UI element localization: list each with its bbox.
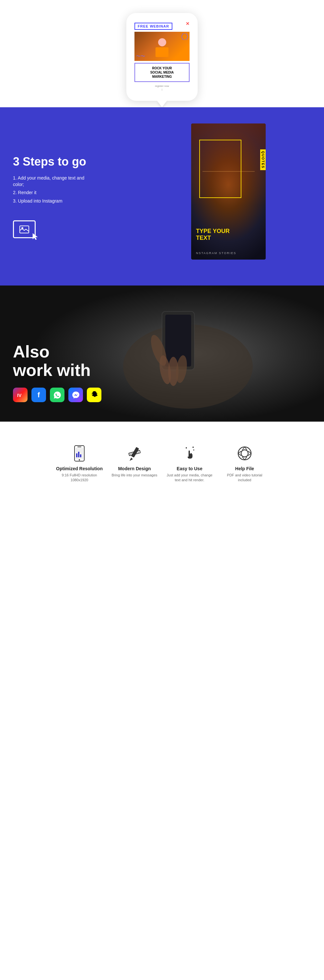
quotes-tab: QUOTES xyxy=(260,150,266,170)
svg-rect-15 xyxy=(76,453,78,457)
svg-point-33 xyxy=(238,447,251,460)
igtv-icon: IV xyxy=(13,388,27,402)
svg-text:IV: IV xyxy=(17,393,22,398)
webinar-register: register now ↓ xyxy=(135,84,189,93)
phone-mockup: FREE WEBINAR ✕ 〜〜 xyxy=(126,13,198,101)
phone-resolution-icon xyxy=(55,444,104,462)
person-head xyxy=(158,38,166,46)
snapchat-icon xyxy=(87,388,102,402)
corner-decoration xyxy=(181,33,188,41)
svg-line-23 xyxy=(133,452,133,454)
webinar-image: 〜〜 xyxy=(135,32,189,61)
feature-title-easy: Easy to Use xyxy=(165,466,214,471)
feature-title-help: Help File xyxy=(220,466,269,471)
design-icon xyxy=(110,444,159,462)
whatsapp-icon xyxy=(50,388,65,402)
svg-rect-16 xyxy=(78,452,79,457)
social-icons-row: IV f xyxy=(13,388,102,402)
svg-line-25 xyxy=(137,452,137,453)
also-title: Also work with xyxy=(13,342,102,380)
feature-design: Modern Design Bring life into your messa… xyxy=(107,441,162,486)
svg-rect-5 xyxy=(165,315,191,366)
webinar-section: FREE WEBINAR ✕ 〜〜 xyxy=(0,0,324,107)
svg-line-22 xyxy=(132,453,132,454)
svg-rect-17 xyxy=(80,454,81,457)
features-section: Optimized Resolution 9:16 FullHD resolut… xyxy=(0,422,324,506)
list-item: 2. Render it xyxy=(13,189,94,196)
svg-rect-14 xyxy=(78,447,81,447)
svg-line-24 xyxy=(135,452,135,453)
feature-desc-easy: Just add your media, change text and hit… xyxy=(165,473,214,483)
steps-section: 3 Steps to go 1. Add your media, change … xyxy=(0,107,324,285)
phone-inner: FREE WEBINAR ✕ 〜〜 xyxy=(131,19,193,96)
instagram-preview: QUOTES TYPE YOUR TEXT NSTAGRAM STORIES xyxy=(191,124,266,259)
close-icon[interactable]: ✕ xyxy=(186,21,189,26)
steps-content: 3 Steps to go 1. Add your media, change … xyxy=(13,154,94,239)
list-item: 3. Upload into Instagram xyxy=(13,198,94,205)
also-section: Also work with IV f xyxy=(0,285,324,422)
person-body xyxy=(156,47,168,57)
phone-pointer xyxy=(157,101,167,107)
help-icon xyxy=(220,444,269,462)
feature-desc-design: Bring life into your messages xyxy=(110,473,159,478)
feature-title-design: Modern Design xyxy=(110,466,159,471)
facebook-icon: f xyxy=(32,388,46,402)
easy-use-icon xyxy=(165,444,214,462)
feature-desc-resolution: 9:16 FullHD resolution 1080x1920 xyxy=(55,473,104,483)
feature-help: Help File PDF and video tutorial include… xyxy=(217,441,272,486)
instagram-type-text: TYPE YOUR TEXT xyxy=(196,228,236,242)
feature-easy: Easy to Use Just add your media, change … xyxy=(162,441,217,486)
webinar-title-box: ROCK YOUR SOCIAL MEDIA MARKETING xyxy=(135,63,189,82)
instagram-bg: QUOTES TYPE YOUR TEXT NSTAGRAM STORIES xyxy=(191,124,266,259)
feature-desc-help: PDF and video tutorial included xyxy=(220,473,269,483)
squiggle-decoration: 〜〜 xyxy=(136,54,145,59)
svg-point-13 xyxy=(79,459,80,460)
yellow-border-rect xyxy=(199,140,241,198)
webinar-title: ROCK YOUR SOCIAL MEDIA MARKETING xyxy=(138,66,186,79)
messenger-icon xyxy=(68,388,83,402)
feature-title-resolution: Optimized Resolution xyxy=(55,466,104,471)
svg-point-34 xyxy=(241,450,248,457)
svg-line-26 xyxy=(138,451,138,452)
feature-resolution: Optimized Resolution 9:16 FullHD resolut… xyxy=(52,441,107,486)
instagram-text-overlay: TYPE YOUR TEXT NSTAGRAM STORIES xyxy=(196,228,236,255)
svg-marker-19 xyxy=(130,458,133,461)
webinar-badge: FREE WEBINAR xyxy=(135,23,172,30)
list-item: 1. Add your media, change text and color… xyxy=(13,175,94,188)
also-content: Also work with IV f xyxy=(13,342,102,402)
instagram-subtitle: NSTAGRAM STORIES xyxy=(196,251,236,255)
cursor-icon xyxy=(32,232,40,243)
steps-title: 3 Steps to go xyxy=(13,154,94,169)
steps-list: 1. Add your media, change text and color… xyxy=(13,175,94,204)
